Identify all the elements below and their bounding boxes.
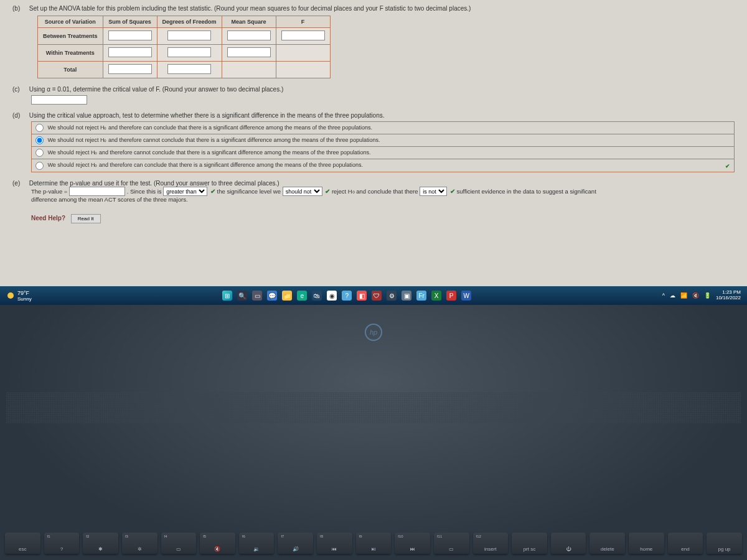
anova-header-row: Source of Variation Sum of Squares Degre… <box>38 16 331 28</box>
taskbar-clock[interactable]: 1:23 PM 10/16/2022 <box>716 290 741 301</box>
hp-logo-icon: hp <box>365 324 382 341</box>
app-icon[interactable]: Fr <box>416 291 426 301</box>
windows-taskbar[interactable]: 79°F Sunny ⊞ 🔍 ▭ 💬 📁 e 🛍 ◉ ? ◧ 🛡 ⚙ ▣ Fr … <box>0 286 747 305</box>
row-within: Within Treatments <box>38 45 103 62</box>
chat-icon[interactable]: 💬 <box>267 291 277 301</box>
edge-icon[interactable]: e <box>297 291 307 301</box>
input-critical-f[interactable] <box>31 95 87 105</box>
chevron-up-icon[interactable]: ^ <box>662 292 665 299</box>
weather-cond: Sunny <box>17 296 32 302</box>
input-total-df[interactable] <box>167 64 211 74</box>
app-icon[interactable]: 🛡 <box>372 291 382 301</box>
keyboard-key: delete <box>590 533 625 554</box>
need-help-label: Need Help? <box>31 215 65 222</box>
keyboard-key: f12insert <box>473 533 509 554</box>
input-between-df[interactable] <box>167 30 211 40</box>
prompt-d: Using the critical value approach, test … <box>29 112 385 119</box>
prompt-b: Set up the ANOVA table for this problem … <box>29 5 471 12</box>
input-between-ms[interactable] <box>227 30 271 40</box>
cell-empty <box>276 62 330 78</box>
input-between-ss[interactable] <box>108 30 152 40</box>
radio-label-2: We should reject H₀ and therefore cannot… <box>48 149 371 156</box>
app-icon[interactable]: ? <box>342 291 352 301</box>
taskview-icon[interactable]: ▭ <box>252 291 262 301</box>
battery-icon[interactable]: 🔋 <box>704 292 711 299</box>
keyboard-key: f11▭ <box>434 533 469 554</box>
prompt-e: Determine the p-value and use it for the… <box>29 180 280 187</box>
keyboard-key: f10⏭ <box>395 533 430 554</box>
input-within-df[interactable] <box>167 47 211 57</box>
keyboard-key: f5🔇 <box>200 533 235 554</box>
input-total-ss[interactable] <box>108 64 152 74</box>
app-icon[interactable]: ▣ <box>402 291 411 301</box>
keyboard-key: prt sc <box>512 533 547 554</box>
table-row: Total <box>38 62 331 78</box>
radio-3[interactable] <box>35 162 44 170</box>
check-icon: ✔ <box>450 188 455 195</box>
radio-option-0[interactable]: We should not reject H₀ and therefore ca… <box>32 122 734 134</box>
radio-label-0: We should not reject H₀ and therefore ca… <box>48 124 373 131</box>
settings-icon[interactable]: ⚙ <box>387 291 397 301</box>
col-source: Source of Variation <box>38 16 103 28</box>
keyboard-key: pg up <box>707 533 742 554</box>
check-icon: ✔ <box>325 188 330 195</box>
pvalue-line: The p-value = . Since this is greater th… <box>31 187 735 197</box>
table-row: Between Treatments <box>38 28 331 45</box>
keyboard-key: ⏻ <box>551 533 586 554</box>
cell-empty <box>222 62 276 78</box>
taskbar-tray[interactable]: ^ ☁ 📶 🔇 🔋 1:23 PM 10/16/2022 <box>662 290 747 301</box>
read-it-button[interactable]: Read It <box>71 214 101 223</box>
cell-empty <box>276 45 330 62</box>
clock-date: 10/16/2022 <box>716 296 741 301</box>
radio-group-d: We should not reject H₀ and therefore ca… <box>31 121 735 172</box>
anova-table: Source of Variation Sum of Squares Degre… <box>37 16 331 78</box>
radio-option-3[interactable]: We should reject H₀ and therefore can co… <box>32 159 734 171</box>
pvalue-line2: difference among the mean ACT scores of … <box>31 196 735 203</box>
label-d: (d) <box>12 112 27 119</box>
input-between-f[interactable] <box>281 30 325 40</box>
word-icon[interactable]: W <box>461 291 471 301</box>
app-icon[interactable]: ◉ <box>327 291 337 301</box>
radio-0[interactable] <box>35 124 44 132</box>
excel-icon[interactable]: X <box>431 291 441 301</box>
check-icon: ✔ <box>725 162 730 170</box>
radio-2[interactable] <box>35 149 44 157</box>
start-icon[interactable]: ⊞ <box>222 291 232 301</box>
row-between: Between Treatments <box>38 28 103 45</box>
taskbar-weather[interactable]: 79°F Sunny <box>0 290 32 302</box>
section-d: (d) Using the critical value approach, t… <box>12 112 735 172</box>
col-df: Degrees of Freedom <box>157 16 222 28</box>
select-compare[interactable]: greater than <box>163 187 207 196</box>
table-row: Within Treatments <box>38 45 331 62</box>
check-icon: ✔ <box>210 188 215 195</box>
volume-icon[interactable]: 🔇 <box>692 292 699 299</box>
section-e: (e) Determine the p-value and use it for… <box>12 180 735 203</box>
store-icon[interactable]: 🛍 <box>312 291 322 301</box>
keyboard-key: f8⏮ <box>317 533 352 554</box>
keyboard-key: f2✱ <box>83 533 118 554</box>
wifi-icon[interactable]: 📶 <box>680 292 687 299</box>
speaker-grille <box>6 392 741 423</box>
keyboard-key: f4▭ <box>161 533 197 554</box>
need-help: Need Help? Read It <box>31 214 735 223</box>
input-within-ss[interactable] <box>108 47 152 57</box>
txt-since: . Since this is <box>127 188 164 195</box>
radio-option-1[interactable]: We should not reject H₀ and therefore ca… <box>32 134 734 147</box>
section-c: (c) Using α = 0.01, determine the critic… <box>12 86 735 105</box>
search-icon[interactable]: 🔍 <box>237 291 247 301</box>
app-icon[interactable]: P <box>446 291 456 301</box>
cloud-icon[interactable]: ☁ <box>670 292 675 299</box>
select-reject[interactable]: should not <box>283 187 322 196</box>
app-icon[interactable]: ◧ <box>357 291 367 301</box>
explorer-icon[interactable]: 📁 <box>282 291 292 301</box>
keyboard-key: f7🔊 <box>278 533 313 554</box>
radio-1[interactable] <box>35 136 44 144</box>
radio-option-2[interactable]: We should reject H₀ and therefore cannot… <box>32 147 734 159</box>
taskbar-center: ⊞ 🔍 ▭ 💬 📁 e 🛍 ◉ ? ◧ 🛡 ⚙ ▣ Fr X P W <box>32 291 662 301</box>
txt-rejecth0: reject H₀ and conclude that there <box>332 188 420 195</box>
input-pvalue[interactable] <box>69 187 125 196</box>
laptop-bezel: hp escf1?f2✱f3✲f4▭f5🔇f6🔉f7🔊f8⏮f9⏯f10⏭f11… <box>0 305 747 560</box>
keyboard-key: f9⏯ <box>356 533 392 554</box>
select-isnot[interactable]: is not <box>420 187 447 196</box>
input-within-ms[interactable] <box>227 47 271 57</box>
